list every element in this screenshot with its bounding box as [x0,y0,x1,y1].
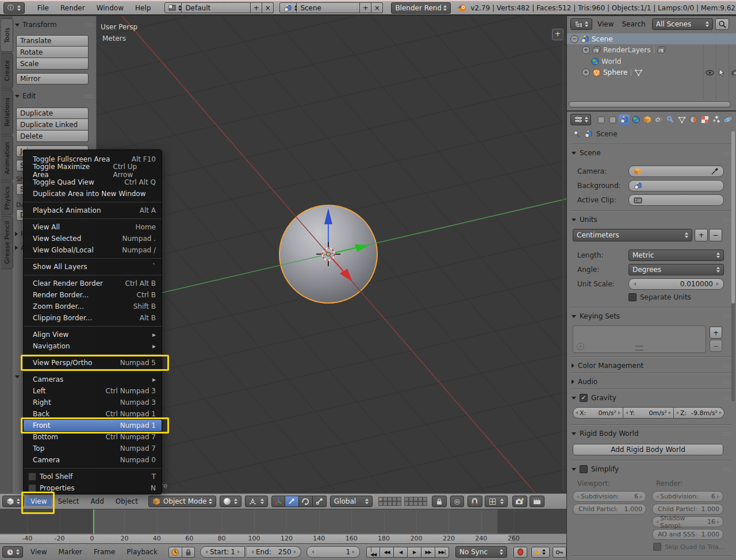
scene-camera-field[interactable] [628,166,724,177]
scale-manipulator-button[interactable] [313,496,327,507]
topbar-menu-help[interactable]: Help [129,4,156,12]
simplify-viewport-subdivision[interactable]: Subdivision:6 [573,491,646,502]
viewport-menu-object[interactable]: Object [110,497,144,505]
eye-icon[interactable] [706,70,714,76]
pivot-point-select[interactable] [245,496,268,507]
next-key-button[interactable]: ▶▶ [421,547,435,558]
scene-panel-header[interactable]: Scene∷∷ [572,147,731,159]
expander-collapse-icon[interactable]: − [570,35,578,43]
properties-tab-render-layers[interactable] [607,114,618,125]
timeline-area[interactable] [0,509,566,534]
menu-item-playback-animation[interactable]: Playback AnimationAlt A [24,205,162,216]
tool-shelf-tab-animation[interactable]: Animation [1,136,13,181]
scene-close-button[interactable]: × [371,2,383,13]
scene-name-field[interactable]: Scene [297,2,360,13]
angle-select[interactable]: Degrees [628,264,724,275]
menu-item-align-view[interactable]: Align View▸ [24,329,162,340]
layer-cell[interactable] [418,501,423,506]
outliner-hscrollbar[interactable] [569,101,731,108]
keying-sets-list[interactable]: + [573,325,706,353]
layer-cell[interactable] [423,501,427,506]
outliner-filter-select[interactable]: All Scenes [652,18,713,30]
layout-add-button[interactable]: + [251,2,262,13]
scene-select-icon-button[interactable] [279,2,297,13]
properties-tab-constraints[interactable] [653,114,664,125]
layer-cell[interactable] [383,501,388,506]
timeline-menu-playback[interactable]: Playback [121,548,163,556]
timeline-menu-marker[interactable]: Marker [52,548,87,556]
length-select[interactable]: Metric [628,250,724,261]
separate-units-checkbox[interactable] [628,293,637,301]
proportional-edit-button[interactable]: ◎ [450,496,464,507]
layer-cell[interactable] [378,497,383,501]
transform-mirror-button[interactable]: Mirror [16,73,89,85]
edit-duplicate-button[interactable]: Duplicate [16,108,89,119]
topbar-menu-file[interactable]: File [32,4,55,12]
editor-type-selector-info[interactable]: ⓘ [3,2,25,14]
layout-icon[interactable] [164,2,182,13]
menu-item-view-selected[interactable]: View SelectedNumpad . [24,233,162,244]
cursor-icon[interactable] [718,68,725,76]
outliner-menu-view[interactable]: View [593,20,618,28]
outliner-row-scene[interactable]: −Scene [567,33,736,44]
snap-element-select[interactable] [485,496,508,507]
layer-cell[interactable] [404,501,409,506]
lock-to-scene-button[interactable] [432,496,447,507]
layer-cell[interactable] [404,497,409,501]
layer-cell[interactable] [383,497,388,501]
menu-item-view-all[interactable]: View AllHome [24,221,162,233]
properties-scrollbar-thumb[interactable] [731,131,735,304]
menu-item-top[interactable]: TopNumpad 7 [24,443,162,454]
render-engine-select[interactable]: Blender Render [391,2,451,14]
menu-item-camera[interactable]: CameraNumpad 0 [24,454,162,466]
menu-item-navigation[interactable]: Navigation▸ [24,340,162,352]
frame-end-field[interactable]: End: 250 [247,546,301,558]
properties-tab-texture[interactable] [699,114,710,125]
properties-tab-object[interactable] [642,114,653,125]
viewport-scrollbar[interactable] [562,33,565,490]
list-add-icon[interactable]: + [577,343,584,350]
layer-cell[interactable] [397,501,401,506]
edit-duplicate-linked-button[interactable]: Duplicate Linked [16,119,89,131]
properties-tab-particles[interactable] [711,114,722,125]
layer-cell[interactable] [418,497,423,501]
menu-item-render-border-[interactable]: Render Border...Ctrl B [24,289,162,301]
layer-cell[interactable] [388,497,392,501]
tool-shelf-tab-physics[interactable]: Physics [1,182,13,215]
play-button[interactable]: ▶ [408,547,421,558]
opengl-anim-button[interactable] [530,496,545,507]
editor-type-selector-3dview[interactable] [2,496,24,507]
viewport-menu-select[interactable]: Select [52,497,85,505]
editor-type-selector-timeline[interactable] [2,546,23,558]
rigid-body-world-panel-header[interactable]: Rigid Body World∷∷ [572,428,731,439]
viewport-menu-view[interactable]: View [25,497,52,506]
unit-preset-add-button[interactable]: + [695,229,708,241]
mode-select[interactable]: Object Mode [148,496,216,507]
menu-item-tool-shelf[interactable]: Tool ShelfT [24,471,162,482]
frame-start-field[interactable]: Start: 1 [200,546,245,558]
insert-keyframe-button[interactable] [553,547,566,558]
outliner-item-label[interactable]: RenderLayers [603,46,650,54]
gravity-y-field[interactable]: Y:0m/s² [623,407,674,419]
rotate-manipulator-button[interactable] [299,496,313,507]
layer-cell[interactable] [378,501,383,506]
layer-cell[interactable] [388,501,392,506]
list-resize-handle[interactable] [635,346,643,351]
timeline-menu-view[interactable]: View [25,548,52,556]
menu-item-clear-render-border[interactable]: Clear Render BorderCtrl Alt B [24,278,162,289]
outliner-row-world[interactable]: World [567,56,736,67]
outliner-menu-search[interactable]: Search [618,20,649,28]
outliner-item-label[interactable]: World [601,57,621,66]
edit-panel-header[interactable]: Edit∷∷ [15,92,93,100]
layer-cell[interactable] [413,501,418,506]
menu-item-left[interactable]: LeftCtrl Numpad 3 [24,385,162,397]
layers-grid-left[interactable] [378,497,401,506]
simplify-render-childparticl[interactable]: Child Particl:1.000 [652,504,723,515]
jump-end-button[interactable]: ▶▶| [435,547,449,558]
gravity-x-field[interactable]: X:0m/s² [573,407,623,419]
audio-panel-header[interactable]: Audio∷∷ [572,376,731,388]
add-rigid-body-world-button[interactable]: Add Rigid Body World [573,444,723,455]
camera-icon[interactable] [731,69,736,76]
simplify-render-subdivision[interactable]: Subdivision:6 [652,491,723,502]
menu-item-back[interactable]: BackCtrl Numpad 1 [24,408,162,420]
